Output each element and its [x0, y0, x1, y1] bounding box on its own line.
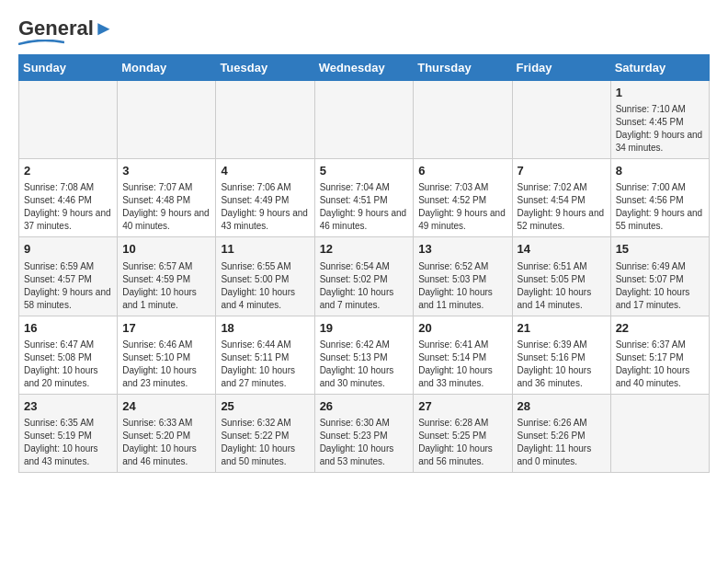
day-info: Sunrise: 6:52 AM Sunset: 5:03 PM Dayligh…: [418, 260, 506, 312]
day-info: Sunrise: 6:35 AM Sunset: 5:19 PM Dayligh…: [24, 417, 112, 468]
day-info: Sunrise: 7:00 AM Sunset: 4:56 PM Dayligh…: [616, 181, 704, 233]
day-number: 11: [221, 241, 309, 258]
calendar-cell: 15Sunrise: 6:49 AM Sunset: 5:07 PM Dayli…: [610, 237, 709, 316]
calendar-cell: [314, 81, 414, 159]
day-info: Sunrise: 7:02 AM Sunset: 4:54 PM Dayligh…: [518, 181, 606, 233]
day-number: 21: [518, 320, 606, 337]
day-number: 10: [122, 241, 210, 258]
calendar-cell: [216, 81, 314, 159]
weekday-header-row: SundayMondayTuesdayWednesdayThursdayFrid…: [19, 55, 710, 81]
calendar-cell: 28Sunrise: 6:26 AM Sunset: 5:26 PM Dayli…: [512, 394, 610, 472]
calendar-cell: [414, 81, 512, 159]
calendar-week-row: 2Sunrise: 7:08 AM Sunset: 4:46 PM Daylig…: [19, 159, 710, 237]
day-number: 12: [320, 241, 409, 258]
day-info: Sunrise: 7:03 AM Sunset: 4:52 PM Dayligh…: [418, 181, 506, 233]
weekday-header-saturday: Saturday: [610, 55, 709, 81]
day-number: 22: [616, 320, 704, 337]
calendar-cell: 17Sunrise: 6:46 AM Sunset: 5:10 PM Dayli…: [118, 316, 216, 394]
calendar-cell: [19, 81, 118, 159]
day-number: 13: [418, 241, 506, 258]
calendar-cell: 24Sunrise: 6:33 AM Sunset: 5:20 PM Dayli…: [118, 394, 216, 472]
day-number: 28: [518, 398, 606, 415]
day-number: 1: [616, 85, 704, 101]
day-info: Sunrise: 6:41 AM Sunset: 5:14 PM Dayligh…: [418, 339, 506, 390]
calendar-cell: 13Sunrise: 6:52 AM Sunset: 5:03 PM Dayli…: [414, 237, 512, 316]
calendar-cell: 5Sunrise: 7:04 AM Sunset: 4:51 PM Daylig…: [314, 159, 414, 237]
day-number: 7: [518, 163, 606, 179]
calendar-cell: 27Sunrise: 6:28 AM Sunset: 5:25 PM Dayli…: [414, 394, 512, 472]
day-number: 15: [616, 241, 704, 258]
calendar-cell: 22Sunrise: 6:37 AM Sunset: 5:17 PM Dayli…: [610, 316, 709, 394]
logo-text: General►: [18, 18, 114, 39]
weekday-header-sunday: Sunday: [19, 55, 118, 81]
day-info: Sunrise: 6:39 AM Sunset: 5:16 PM Dayligh…: [518, 339, 606, 390]
day-info: Sunrise: 6:44 AM Sunset: 5:11 PM Dayligh…: [221, 339, 309, 390]
day-number: 27: [418, 398, 506, 415]
day-info: Sunrise: 7:10 AM Sunset: 4:45 PM Dayligh…: [616, 103, 704, 155]
day-info: Sunrise: 6:47 AM Sunset: 5:08 PM Dayligh…: [24, 339, 112, 390]
weekday-header-monday: Monday: [118, 55, 216, 81]
calendar-body: 1Sunrise: 7:10 AM Sunset: 4:45 PM Daylig…: [19, 81, 710, 473]
day-number: 19: [320, 320, 409, 337]
day-number: 25: [221, 398, 309, 415]
calendar-cell: 25Sunrise: 6:32 AM Sunset: 5:22 PM Dayli…: [216, 394, 314, 472]
day-number: 17: [122, 320, 210, 337]
calendar-cell: 20Sunrise: 6:41 AM Sunset: 5:14 PM Dayli…: [414, 316, 512, 394]
calendar-week-row: 23Sunrise: 6:35 AM Sunset: 5:19 PM Dayli…: [19, 394, 710, 472]
calendar-cell: 14Sunrise: 6:51 AM Sunset: 5:05 PM Dayli…: [512, 237, 610, 316]
day-info: Sunrise: 6:49 AM Sunset: 5:07 PM Dayligh…: [616, 260, 704, 312]
day-number: 9: [24, 241, 112, 258]
day-info: Sunrise: 6:46 AM Sunset: 5:10 PM Dayligh…: [122, 339, 210, 390]
calendar-week-row: 1Sunrise: 7:10 AM Sunset: 4:45 PM Daylig…: [19, 81, 710, 159]
day-number: 4: [221, 163, 309, 179]
weekday-header-friday: Friday: [512, 55, 610, 81]
calendar-cell: 7Sunrise: 7:02 AM Sunset: 4:54 PM Daylig…: [512, 159, 610, 237]
calendar-cell: [610, 394, 709, 472]
day-info: Sunrise: 6:32 AM Sunset: 5:22 PM Dayligh…: [221, 417, 309, 468]
day-info: Sunrise: 6:26 AM Sunset: 5:26 PM Dayligh…: [518, 417, 606, 468]
day-number: 24: [122, 398, 210, 415]
day-info: Sunrise: 6:33 AM Sunset: 5:20 PM Dayligh…: [122, 417, 210, 468]
day-info: Sunrise: 6:55 AM Sunset: 5:00 PM Dayligh…: [221, 260, 309, 312]
day-info: Sunrise: 6:54 AM Sunset: 5:02 PM Dayligh…: [320, 260, 409, 312]
weekday-header-thursday: Thursday: [414, 55, 512, 81]
day-number: 18: [221, 320, 309, 337]
weekday-header-tuesday: Tuesday: [216, 55, 314, 81]
day-info: Sunrise: 6:57 AM Sunset: 4:59 PM Dayligh…: [122, 260, 210, 312]
calendar-cell: 26Sunrise: 6:30 AM Sunset: 5:23 PM Dayli…: [314, 394, 414, 472]
day-number: 23: [24, 398, 112, 415]
calendar-week-row: 16Sunrise: 6:47 AM Sunset: 5:08 PM Dayli…: [19, 316, 710, 394]
weekday-header-wednesday: Wednesday: [314, 55, 414, 81]
calendar-cell: 4Sunrise: 7:06 AM Sunset: 4:49 PM Daylig…: [216, 159, 314, 237]
calendar-cell: 6Sunrise: 7:03 AM Sunset: 4:52 PM Daylig…: [414, 159, 512, 237]
calendar-cell: 11Sunrise: 6:55 AM Sunset: 5:00 PM Dayli…: [216, 237, 314, 316]
day-number: 5: [320, 163, 409, 179]
day-info: Sunrise: 7:07 AM Sunset: 4:48 PM Dayligh…: [122, 181, 210, 233]
day-info: Sunrise: 7:06 AM Sunset: 4:49 PM Dayligh…: [221, 181, 309, 233]
logo-swoosh: [18, 40, 64, 45]
calendar-cell: 12Sunrise: 6:54 AM Sunset: 5:02 PM Dayli…: [314, 237, 414, 316]
day-number: 16: [24, 320, 112, 337]
calendar-cell: 10Sunrise: 6:57 AM Sunset: 4:59 PM Dayli…: [118, 237, 216, 316]
calendar-cell: 1Sunrise: 7:10 AM Sunset: 4:45 PM Daylig…: [610, 81, 709, 159]
day-info: Sunrise: 7:08 AM Sunset: 4:46 PM Dayligh…: [24, 181, 112, 233]
day-number: 3: [122, 163, 210, 179]
day-info: Sunrise: 7:04 AM Sunset: 4:51 PM Dayligh…: [320, 181, 409, 233]
calendar-cell: 18Sunrise: 6:44 AM Sunset: 5:11 PM Dayli…: [216, 316, 314, 394]
page-header: General►: [18, 18, 710, 45]
logo: General►: [18, 18, 114, 45]
calendar-cell: 8Sunrise: 7:00 AM Sunset: 4:56 PM Daylig…: [610, 159, 709, 237]
calendar-cell: 3Sunrise: 7:07 AM Sunset: 4:48 PM Daylig…: [118, 159, 216, 237]
day-number: 2: [24, 163, 112, 179]
day-info: Sunrise: 6:28 AM Sunset: 5:25 PM Dayligh…: [418, 417, 506, 468]
calendar-cell: [118, 81, 216, 159]
day-info: Sunrise: 6:30 AM Sunset: 5:23 PM Dayligh…: [320, 417, 409, 468]
calendar-table: SundayMondayTuesdayWednesdayThursdayFrid…: [18, 54, 710, 473]
day-number: 8: [616, 163, 704, 179]
day-info: Sunrise: 6:37 AM Sunset: 5:17 PM Dayligh…: [616, 339, 704, 390]
day-number: 20: [418, 320, 506, 337]
day-info: Sunrise: 6:42 AM Sunset: 5:13 PM Dayligh…: [320, 339, 409, 390]
day-number: 26: [320, 398, 409, 415]
calendar-cell: 19Sunrise: 6:42 AM Sunset: 5:13 PM Dayli…: [314, 316, 414, 394]
calendar-cell: 16Sunrise: 6:47 AM Sunset: 5:08 PM Dayli…: [19, 316, 118, 394]
